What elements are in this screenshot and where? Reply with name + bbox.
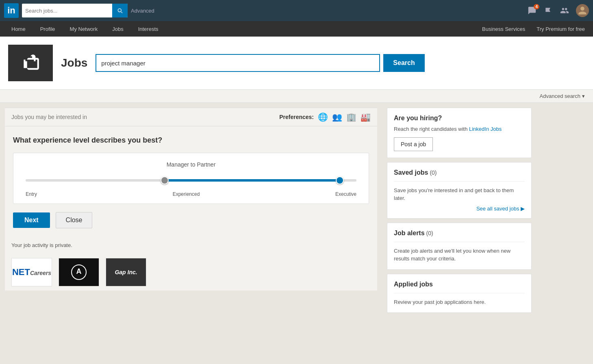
slider-track[interactable] — [26, 174, 356, 186]
top-nav: in Advanced 4 — [0, 0, 593, 21]
experience-buttons: Next Close — [13, 212, 369, 228]
advanced-search-row: Advanced search ▾ — [0, 90, 593, 103]
avatar — [576, 4, 589, 17]
experience-question: What experience level describes you best… — [13, 136, 369, 145]
top-nav-search-wrap — [22, 4, 128, 17]
jobs-page-title: Jobs — [61, 56, 87, 69]
top-nav-search-button[interactable] — [112, 4, 128, 17]
job-alerts-count: (0) — [426, 230, 433, 236]
next-button[interactable]: Next — [13, 212, 50, 228]
divider2 — [394, 242, 525, 242]
post-job-button[interactable]: Post a job — [394, 137, 433, 151]
content-area: Jobs you may be interested in Preference… — [0, 103, 593, 322]
slider-card: Manager to Partner Entry Experienced Exe… — [13, 153, 369, 204]
slider-thumb-left[interactable] — [161, 176, 169, 184]
interested-header: Jobs you may be interested in Preference… — [5, 108, 377, 126]
notifications-icon-wrap[interactable] — [543, 6, 553, 15]
add-person-icon — [560, 6, 569, 15]
applied-jobs-section: Applied jobs Review your past job applic… — [387, 274, 532, 313]
job-alerts-title: Job alerts — [394, 230, 425, 236]
applied-jobs-text: Review your past job applications here. — [394, 298, 525, 306]
left-column: Jobs you may be interested in Preference… — [0, 108, 382, 317]
job-alerts-text: Create job alerts and we'll let you know… — [394, 247, 525, 263]
net-careers-logo-box[interactable]: NETCareers — [11, 258, 52, 286]
linkedin-logo[interactable]: in — [4, 3, 19, 18]
top-nav-search-input[interactable] — [22, 8, 112, 14]
avenue-code-logo: A — [59, 258, 99, 286]
saved-jobs-text: Save jobs you're interested in and get b… — [394, 186, 525, 202]
hiring-text: Reach the right candidates with LinkedIn… — [394, 125, 525, 133]
see-all-saved-jobs-link[interactable]: See all saved jobs ▶ — [394, 206, 525, 212]
preferences-wrap: Preferences: 🌐 👥 🏢 🏭 — [279, 112, 371, 122]
nav-home[interactable]: Home — [4, 21, 33, 37]
jobs-header: Jobs Search — [0, 37, 593, 90]
nav-jobs[interactable]: Jobs — [105, 21, 130, 37]
jobs-search-input[interactable] — [96, 54, 380, 72]
nav-business-services[interactable]: Business Services — [475, 21, 532, 37]
briefcase-icon — [19, 53, 42, 73]
right-column: Are you hiring? Reach the right candidat… — [382, 108, 537, 317]
secondary-nav: Home Profile My Network Jobs Interests B… — [0, 21, 593, 37]
add-connection-icon-wrap[interactable] — [560, 6, 569, 15]
slider-thumb-right[interactable] — [336, 176, 344, 184]
job-alerts-section: Job alerts (0) Create job alerts and we'… — [387, 223, 532, 270]
slider-label-entry: Entry — [26, 191, 37, 197]
saved-jobs-section: Saved jobs (0) Save jobs you're interest… — [387, 162, 532, 219]
globe-icon[interactable]: 🌐 — [318, 112, 328, 122]
factory-icon[interactable]: 🏭 — [361, 112, 371, 122]
experience-card: What experience level describes you best… — [5, 126, 377, 236]
flag-icon — [543, 6, 553, 15]
chevron-down-icon: ▾ — [582, 93, 585, 99]
divider3 — [394, 293, 525, 293]
hiring-title: Are you hiring? — [394, 115, 525, 122]
slider-label-experienced: Experienced — [173, 191, 200, 197]
preferences-label: Preferences: — [279, 114, 314, 120]
divider — [394, 181, 525, 182]
advanced-search-link[interactable]: Advanced search ▾ — [540, 93, 585, 99]
avatar-wrap[interactable] — [576, 4, 589, 17]
linkedin-jobs-link[interactable]: LinkedIn Jobs — [469, 126, 502, 132]
slider-labels: Entry Experienced Executive — [26, 191, 356, 197]
slider-track-filled — [165, 179, 340, 182]
slider-label: Manager to Partner — [26, 161, 356, 168]
job-logos-row: NETCareers A Gap Inc. — [5, 254, 377, 290]
messages-icon-wrap[interactable]: 4 — [527, 6, 537, 15]
advanced-link[interactable]: Advanced — [131, 8, 154, 14]
saved-jobs-count: (0) — [430, 169, 437, 176]
building-icon[interactable]: 🏢 — [346, 112, 356, 122]
nav-interests[interactable]: Interests — [131, 21, 166, 37]
svg-text:A: A — [76, 267, 82, 275]
jobs-icon-box — [8, 45, 53, 81]
gap-logo-box[interactable]: Gap Inc. — [106, 258, 146, 286]
gap-inc-logo: Gap Inc. — [106, 258, 146, 286]
applied-jobs-title: Applied jobs — [394, 281, 433, 288]
close-button[interactable]: Close — [56, 212, 93, 228]
slider-label-executive: Executive — [335, 191, 356, 197]
nav-try-premium[interactable]: Try Premium for free — [532, 21, 589, 37]
avenue-code-logo-box[interactable]: A — [59, 258, 99, 286]
net-careers-logo: NETCareers — [12, 267, 51, 277]
saved-jobs-title: Saved jobs — [394, 169, 428, 176]
messages-badge: 4 — [534, 4, 539, 9]
people-icon[interactable]: 👥 — [332, 112, 342, 122]
nav-profile[interactable]: Profile — [33, 21, 63, 37]
nav-my-network[interactable]: My Network — [63, 21, 105, 37]
hiring-section: Are you hiring? Reach the right candidat… — [387, 108, 532, 158]
jobs-search-button[interactable]: Search — [383, 54, 424, 72]
interested-label: Jobs you may be interested in — [11, 114, 87, 120]
private-notice: Your job activity is private. — [5, 236, 377, 254]
top-nav-right: 4 — [527, 4, 589, 17]
